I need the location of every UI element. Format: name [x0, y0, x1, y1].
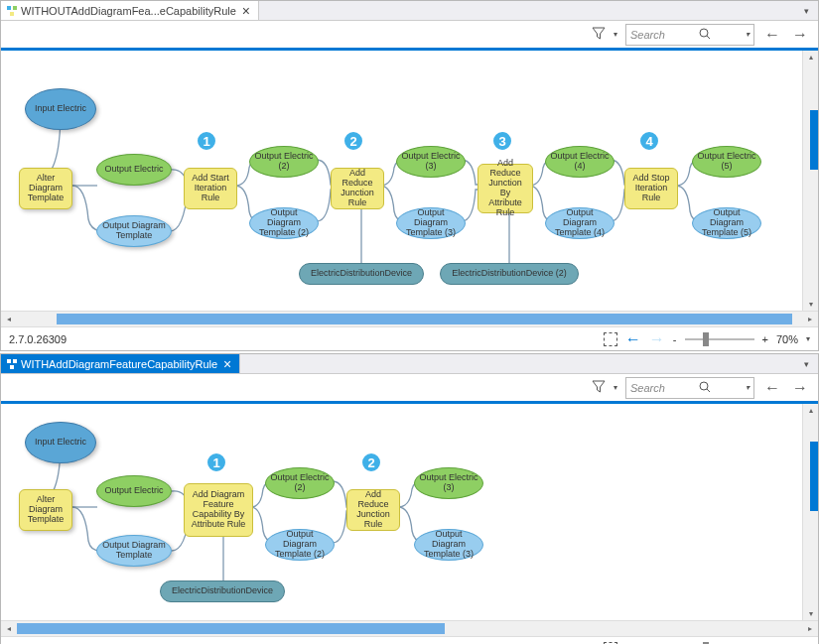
- badge-3: 3: [491, 130, 513, 152]
- horizontal-scrollbar[interactable]: ◂ ▸: [1, 620, 818, 636]
- zoom-caret[interactable]: ▾: [806, 334, 810, 343]
- tab-overflow-caret[interactable]: ▾: [800, 354, 812, 373]
- filter-icon[interactable]: [592, 27, 606, 43]
- scroll-left-icon[interactable]: ◂: [1, 312, 17, 326]
- node-output-electric[interactable]: Output Electric: [96, 475, 172, 507]
- tabbar-top: WITHOUTAddDiagramFea...eCapabilityRule ×…: [1, 1, 818, 21]
- search-caret[interactable]: ▾: [746, 30, 750, 39]
- node-output-electric-2[interactable]: Output Electric (2): [249, 146, 319, 178]
- node-output-electric-3[interactable]: Output Electric (3): [396, 146, 466, 178]
- node-add-diagram-feature-capability[interactable]: Add Diagram Feature Capability By Attrib…: [184, 483, 253, 537]
- svg-rect-1: [13, 6, 17, 10]
- node-input-electric[interactable]: Input Electric: [25, 422, 96, 463]
- tab-label: WITHAddDiagramFeatureCapabilityRule: [21, 358, 217, 370]
- scroll-right-icon[interactable]: ▸: [802, 621, 818, 636]
- node-alter-diagram-template[interactable]: Alter Diagram Template: [19, 168, 72, 209]
- horizontal-scrollbar[interactable]: ◂ ▸: [1, 311, 818, 326]
- filter-caret[interactable]: ▾: [614, 383, 617, 392]
- history-back[interactable]: ←: [625, 640, 641, 645]
- node-output-diagram-template-2[interactable]: Output Diagram Template (2): [249, 207, 319, 239]
- vertical-scrollbar[interactable]: ▴ ▾: [802, 51, 818, 311]
- tab-without[interactable]: WITHOUTAddDiagramFea...eCapabilityRule ×: [1, 1, 259, 20]
- scroll-thumb[interactable]: [810, 110, 818, 170]
- node-add-reduce-junction-by-attr[interactable]: Add Reduce Junction By Attribute Rule: [478, 164, 533, 213]
- zoom-extent-icon[interactable]: [604, 332, 617, 346]
- nav-next[interactable]: →: [790, 27, 810, 43]
- tabbar-bottom: WITHAddDiagramFeatureCapabilityRule × ▾: [1, 354, 818, 374]
- scroll-right-icon[interactable]: ▸: [802, 312, 818, 326]
- filter-icon[interactable]: [592, 380, 606, 396]
- vertical-scrollbar[interactable]: ▴ ▾: [802, 404, 818, 620]
- tab-with[interactable]: WITHAddDiagramFeatureCapabilityRule ×: [1, 354, 240, 373]
- search-caret[interactable]: ▾: [746, 383, 750, 392]
- node-output-diagram-template-2[interactable]: Output Diagram Template (2): [265, 529, 335, 561]
- search-placeholder: Search: [630, 382, 665, 394]
- badge-4: 4: [638, 130, 660, 152]
- svg-line-9: [707, 389, 710, 392]
- statusbar-top: 2.7.0.26309 ← → - + 70% ▾: [1, 326, 818, 350]
- nav-prev[interactable]: ←: [762, 27, 782, 43]
- node-output-electric-5[interactable]: Output Electric (5): [692, 146, 761, 178]
- node-output-diagram-template-4[interactable]: Output Diagram Template (4): [545, 207, 614, 239]
- close-icon[interactable]: ×: [240, 3, 252, 19]
- scroll-down-icon[interactable]: ▾: [809, 607, 813, 620]
- version-label: 2.7.0.26309: [9, 333, 67, 345]
- history-fwd[interactable]: →: [649, 330, 665, 348]
- search-input[interactable]: Search ▾: [625, 377, 754, 399]
- nav-prev[interactable]: ←: [762, 380, 782, 396]
- node-output-diagram-template-3[interactable]: Output Diagram Template (3): [396, 207, 466, 239]
- scroll-up-icon[interactable]: ▴: [809, 404, 813, 417]
- node-add-reduce-junction[interactable]: Add Reduce Junction Rule: [346, 489, 400, 531]
- node-alter-diagram-template[interactable]: Alter Diagram Template: [19, 489, 72, 531]
- badge-2: 2: [360, 451, 382, 473]
- svg-rect-6: [13, 359, 17, 363]
- badge-2: 2: [342, 130, 364, 152]
- history-back[interactable]: ←: [625, 330, 641, 348]
- svg-rect-5: [7, 359, 11, 363]
- node-edd-2[interactable]: ElectricDistributionDevice (2): [440, 263, 579, 285]
- scroll-thumb[interactable]: [810, 442, 818, 511]
- node-add-reduce-junction[interactable]: Add Reduce Junction Rule: [331, 168, 384, 209]
- filter-caret[interactable]: ▾: [614, 30, 617, 39]
- node-output-electric-3[interactable]: Output Electric (3): [414, 467, 483, 499]
- diagram-canvas-with[interactable]: Input Electric Alter Diagram Template Ou…: [1, 404, 818, 620]
- node-add-stop-iteration[interactable]: Add Stop Iteration Rule: [624, 168, 678, 209]
- close-icon[interactable]: ×: [221, 356, 233, 372]
- svg-point-3: [700, 29, 708, 37]
- search-input[interactable]: Search ▾: [625, 24, 754, 46]
- nav-next[interactable]: →: [790, 380, 810, 396]
- tab-overflow-caret[interactable]: ▾: [800, 1, 812, 20]
- zoom-value: 70%: [776, 333, 798, 345]
- svg-rect-0: [7, 6, 11, 10]
- search-icon[interactable]: [699, 381, 711, 395]
- svg-line-4: [707, 36, 710, 39]
- zoom-slider[interactable]: [685, 338, 754, 340]
- scroll-left-icon[interactable]: ◂: [1, 621, 17, 636]
- zoom-in[interactable]: +: [762, 333, 768, 345]
- node-output-diagram-template[interactable]: Output Diagram Template: [96, 535, 172, 567]
- node-input-electric[interactable]: Input Electric: [25, 88, 96, 130]
- node-edd[interactable]: ElectricDistributionDevice: [160, 580, 285, 602]
- statusbar-bottom: 2.7.0.26309 ← → - + 70% ▾: [1, 636, 818, 644]
- node-output-diagram-template[interactable]: Output Diagram Template: [96, 215, 172, 247]
- search-icon[interactable]: [699, 28, 711, 42]
- connectors: [1, 404, 800, 620]
- node-output-electric-2[interactable]: Output Electric (2): [265, 467, 335, 499]
- toolbar-bottom: ▾ Search ▾ ← →: [1, 374, 818, 404]
- zoom-handle[interactable]: [703, 332, 709, 346]
- node-output-diagram-template-3[interactable]: Output Diagram Template (3): [414, 529, 483, 561]
- badge-1: 1: [205, 451, 227, 473]
- node-output-diagram-template-5[interactable]: Output Diagram Template (5): [692, 207, 761, 239]
- node-output-electric[interactable]: Output Electric: [96, 154, 172, 186]
- node-add-start-iteration[interactable]: Add Start Iteration Rule: [184, 168, 237, 209]
- scroll-up-icon[interactable]: ▴: [809, 51, 813, 64]
- hscroll-thumb[interactable]: [57, 314, 792, 324]
- scroll-down-icon[interactable]: ▾: [809, 298, 813, 311]
- diagram-canvas-without[interactable]: Input Electric Alter Diagram Template Ou…: [1, 51, 818, 311]
- svg-rect-2: [10, 12, 14, 16]
- hscroll-thumb[interactable]: [17, 623, 445, 634]
- node-output-electric-4[interactable]: Output Electric (4): [545, 146, 614, 178]
- zoom-out[interactable]: -: [673, 333, 677, 345]
- history-fwd[interactable]: →: [649, 640, 665, 645]
- node-edd[interactable]: ElectricDistributionDevice: [299, 263, 424, 285]
